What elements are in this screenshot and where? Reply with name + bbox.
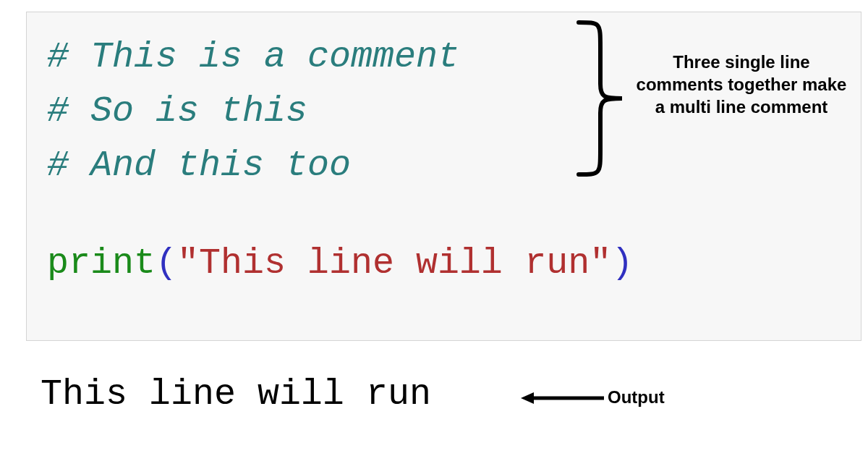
string-literal-token: "This line will run" bbox=[177, 242, 611, 284]
output-annotation-label: Output bbox=[608, 387, 665, 408]
code-print-line: print("This line will run") bbox=[47, 236, 843, 290]
open-paren-token: ( bbox=[156, 242, 177, 284]
curly-brace-icon bbox=[571, 19, 629, 178]
code-comment-line-3: # And this too bbox=[47, 138, 843, 193]
program-output-text: This line will run bbox=[41, 373, 431, 415]
svg-marker-1 bbox=[521, 392, 534, 404]
close-paren-token: ) bbox=[611, 242, 633, 284]
brace-annotation-label: Three single line comments together make… bbox=[629, 51, 854, 119]
print-function-token: print bbox=[47, 242, 156, 284]
blank-line bbox=[47, 193, 843, 236]
arrow-left-icon bbox=[521, 391, 608, 405]
